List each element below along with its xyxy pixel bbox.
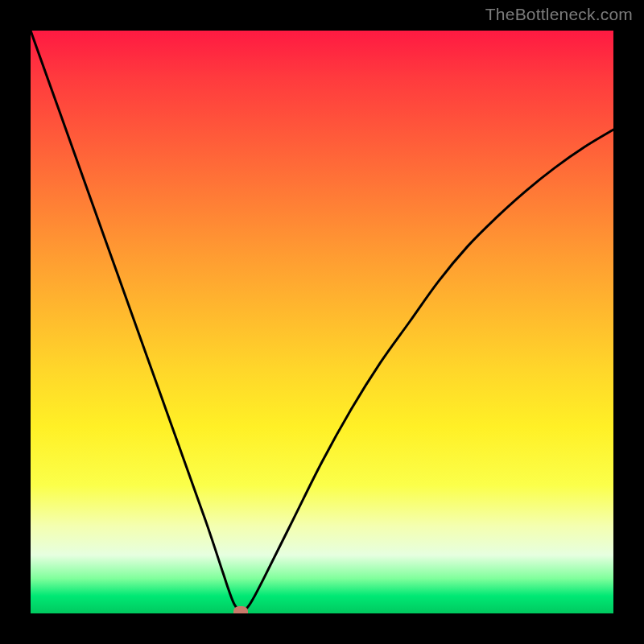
bottleneck-curve-svg bbox=[31, 31, 613, 613]
watermark-text: TheBottleneck.com bbox=[485, 5, 633, 24]
chart-frame: TheBottleneck.com bbox=[0, 0, 644, 644]
bottleneck-curve bbox=[31, 31, 613, 611]
plot-area bbox=[31, 31, 613, 613]
optimal-point-marker bbox=[233, 606, 248, 613]
